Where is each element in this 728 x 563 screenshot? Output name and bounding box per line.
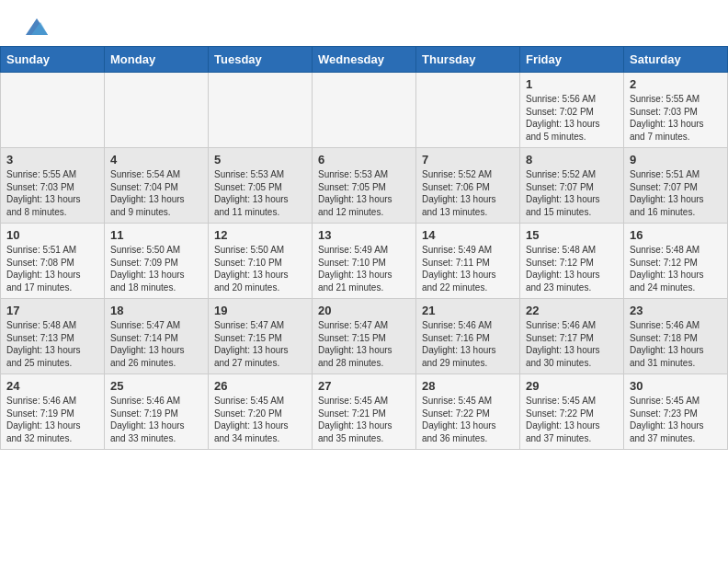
- calendar-week-1: 1Sunrise: 5:56 AM Sunset: 7:02 PM Daylig…: [1, 73, 728, 148]
- day-info: Sunrise: 5:53 AM Sunset: 7:05 PM Dayligh…: [214, 168, 306, 218]
- calendar-cell: 18Sunrise: 5:47 AM Sunset: 7:14 PM Dayli…: [105, 299, 209, 374]
- logo: [22, 17, 50, 37]
- day-number: 26: [214, 379, 306, 393]
- day-number: 23: [630, 304, 722, 317]
- day-number: 6: [318, 153, 410, 167]
- day-info: Sunrise: 5:45 AM Sunset: 7:21 PM Dayligh…: [318, 395, 410, 444]
- day-number: 3: [6, 153, 98, 167]
- calendar-cell: 22Sunrise: 5:46 AM Sunset: 7:17 PM Dayli…: [520, 299, 624, 374]
- calendar-cell: 2Sunrise: 5:55 AM Sunset: 7:03 PM Daylig…: [624, 73, 728, 148]
- weekday-monday: Monday: [105, 47, 209, 73]
- day-number: 16: [630, 228, 722, 242]
- day-number: 14: [422, 228, 514, 242]
- calendar-week-4: 17Sunrise: 5:48 AM Sunset: 7:13 PM Dayli…: [1, 299, 728, 374]
- day-number: 24: [6, 379, 98, 393]
- day-number: 22: [526, 304, 618, 317]
- calendar-cell: 26Sunrise: 5:45 AM Sunset: 7:20 PM Dayli…: [209, 374, 313, 450]
- day-info: Sunrise: 5:45 AM Sunset: 7:23 PM Dayligh…: [630, 395, 722, 444]
- calendar-cell: 5Sunrise: 5:53 AM Sunset: 7:05 PM Daylig…: [209, 148, 313, 224]
- day-info: Sunrise: 5:46 AM Sunset: 7:19 PM Dayligh…: [6, 395, 98, 444]
- day-number: 4: [110, 153, 202, 167]
- day-number: 5: [214, 153, 306, 167]
- calendar-cell: [105, 73, 209, 148]
- calendar-cell: 4Sunrise: 5:54 AM Sunset: 7:04 PM Daylig…: [105, 148, 209, 224]
- calendar-cell: 15Sunrise: 5:48 AM Sunset: 7:12 PM Dayli…: [520, 224, 624, 299]
- day-number: 11: [110, 228, 202, 242]
- day-info: Sunrise: 5:51 AM Sunset: 7:07 PM Dayligh…: [630, 168, 722, 218]
- day-number: 21: [422, 304, 514, 317]
- calendar-cell: 8Sunrise: 5:52 AM Sunset: 7:07 PM Daylig…: [520, 148, 624, 224]
- calendar-cell: 6Sunrise: 5:53 AM Sunset: 7:05 PM Daylig…: [313, 148, 416, 224]
- day-number: 25: [110, 379, 202, 393]
- calendar-cell: 24Sunrise: 5:46 AM Sunset: 7:19 PM Dayli…: [1, 374, 105, 450]
- weekday-thursday: Thursday: [416, 47, 520, 73]
- calendar-cell: [209, 73, 313, 148]
- day-info: Sunrise: 5:46 AM Sunset: 7:17 PM Dayligh…: [526, 319, 618, 369]
- day-info: Sunrise: 5:47 AM Sunset: 7:15 PM Dayligh…: [318, 319, 410, 369]
- calendar-cell: 13Sunrise: 5:49 AM Sunset: 7:10 PM Dayli…: [313, 224, 416, 299]
- calendar-cell: 29Sunrise: 5:45 AM Sunset: 7:22 PM Dayli…: [520, 374, 624, 450]
- day-number: 2: [630, 77, 722, 91]
- day-info: Sunrise: 5:55 AM Sunset: 7:03 PM Dayligh…: [6, 168, 98, 218]
- day-number: 19: [214, 304, 306, 317]
- day-info: Sunrise: 5:48 AM Sunset: 7:13 PM Dayligh…: [6, 319, 98, 369]
- calendar-cell: [1, 73, 105, 148]
- day-number: 8: [526, 153, 618, 167]
- day-info: Sunrise: 5:46 AM Sunset: 7:18 PM Dayligh…: [630, 319, 722, 369]
- calendar-cell: 17Sunrise: 5:48 AM Sunset: 7:13 PM Dayli…: [1, 299, 105, 374]
- calendar-cell: [416, 73, 520, 148]
- day-info: Sunrise: 5:50 AM Sunset: 7:09 PM Dayligh…: [110, 244, 202, 293]
- day-info: Sunrise: 5:46 AM Sunset: 7:19 PM Dayligh…: [110, 395, 202, 444]
- day-info: Sunrise: 5:51 AM Sunset: 7:08 PM Dayligh…: [6, 244, 98, 293]
- weekday-friday: Friday: [520, 47, 624, 73]
- calendar-cell: 27Sunrise: 5:45 AM Sunset: 7:21 PM Dayli…: [313, 374, 416, 450]
- day-info: Sunrise: 5:45 AM Sunset: 7:20 PM Dayligh…: [214, 395, 306, 444]
- day-info: Sunrise: 5:45 AM Sunset: 7:22 PM Dayligh…: [422, 395, 514, 444]
- calendar-cell: 1Sunrise: 5:56 AM Sunset: 7:02 PM Daylig…: [520, 73, 624, 148]
- calendar-cell: 20Sunrise: 5:47 AM Sunset: 7:15 PM Dayli…: [313, 299, 416, 374]
- day-info: Sunrise: 5:53 AM Sunset: 7:05 PM Dayligh…: [318, 168, 410, 218]
- calendar-week-5: 24Sunrise: 5:46 AM Sunset: 7:19 PM Dayli…: [1, 374, 728, 450]
- day-info: Sunrise: 5:52 AM Sunset: 7:06 PM Dayligh…: [422, 168, 514, 218]
- calendar-cell: 9Sunrise: 5:51 AM Sunset: 7:07 PM Daylig…: [624, 148, 728, 224]
- day-number: 30: [630, 379, 722, 393]
- day-number: 13: [318, 228, 410, 242]
- calendar-week-3: 10Sunrise: 5:51 AM Sunset: 7:08 PM Dayli…: [1, 224, 728, 299]
- day-number: 10: [6, 228, 98, 242]
- day-number: 15: [526, 228, 618, 242]
- calendar-cell: 7Sunrise: 5:52 AM Sunset: 7:06 PM Daylig…: [416, 148, 520, 224]
- day-number: 28: [422, 379, 514, 393]
- calendar-cell: 19Sunrise: 5:47 AM Sunset: 7:15 PM Dayli…: [209, 299, 313, 374]
- day-info: Sunrise: 5:55 AM Sunset: 7:03 PM Dayligh…: [630, 93, 722, 143]
- day-info: Sunrise: 5:49 AM Sunset: 7:11 PM Dayligh…: [422, 244, 514, 293]
- day-info: Sunrise: 5:50 AM Sunset: 7:10 PM Dayligh…: [214, 244, 306, 293]
- calendar-cell: 12Sunrise: 5:50 AM Sunset: 7:10 PM Dayli…: [209, 224, 313, 299]
- day-info: Sunrise: 5:52 AM Sunset: 7:07 PM Dayligh…: [526, 168, 618, 218]
- calendar-cell: 28Sunrise: 5:45 AM Sunset: 7:22 PM Dayli…: [416, 374, 520, 450]
- logo-icon: [24, 17, 50, 37]
- day-number: 29: [526, 379, 618, 393]
- day-info: Sunrise: 5:56 AM Sunset: 7:02 PM Dayligh…: [526, 93, 618, 143]
- weekday-wednesday: Wednesday: [313, 47, 416, 73]
- day-info: Sunrise: 5:48 AM Sunset: 7:12 PM Dayligh…: [526, 244, 618, 293]
- calendar-cell: 25Sunrise: 5:46 AM Sunset: 7:19 PM Dayli…: [105, 374, 209, 450]
- calendar-body: 1Sunrise: 5:56 AM Sunset: 7:02 PM Daylig…: [1, 73, 728, 450]
- calendar-cell: 23Sunrise: 5:46 AM Sunset: 7:18 PM Dayli…: [624, 299, 728, 374]
- calendar-cell: 21Sunrise: 5:46 AM Sunset: 7:16 PM Dayli…: [416, 299, 520, 374]
- calendar-cell: [313, 73, 416, 148]
- day-info: Sunrise: 5:46 AM Sunset: 7:16 PM Dayligh…: [422, 319, 514, 369]
- weekday-saturday: Saturday: [624, 47, 728, 73]
- day-number: 18: [110, 304, 202, 317]
- calendar-cell: 11Sunrise: 5:50 AM Sunset: 7:09 PM Dayli…: [105, 224, 209, 299]
- calendar-cell: 16Sunrise: 5:48 AM Sunset: 7:12 PM Dayli…: [624, 224, 728, 299]
- day-number: 12: [214, 228, 306, 242]
- day-number: 20: [318, 304, 410, 317]
- weekday-tuesday: Tuesday: [209, 47, 313, 73]
- day-number: 27: [318, 379, 410, 393]
- day-info: Sunrise: 5:45 AM Sunset: 7:22 PM Dayligh…: [526, 395, 618, 444]
- day-info: Sunrise: 5:49 AM Sunset: 7:10 PM Dayligh…: [318, 244, 410, 293]
- calendar-table: SundayMondayTuesdayWednesdayThursdayFrid…: [0, 46, 728, 450]
- day-number: 1: [526, 77, 618, 91]
- day-info: Sunrise: 5:54 AM Sunset: 7:04 PM Dayligh…: [110, 168, 202, 218]
- calendar-week-2: 3Sunrise: 5:55 AM Sunset: 7:03 PM Daylig…: [1, 148, 728, 224]
